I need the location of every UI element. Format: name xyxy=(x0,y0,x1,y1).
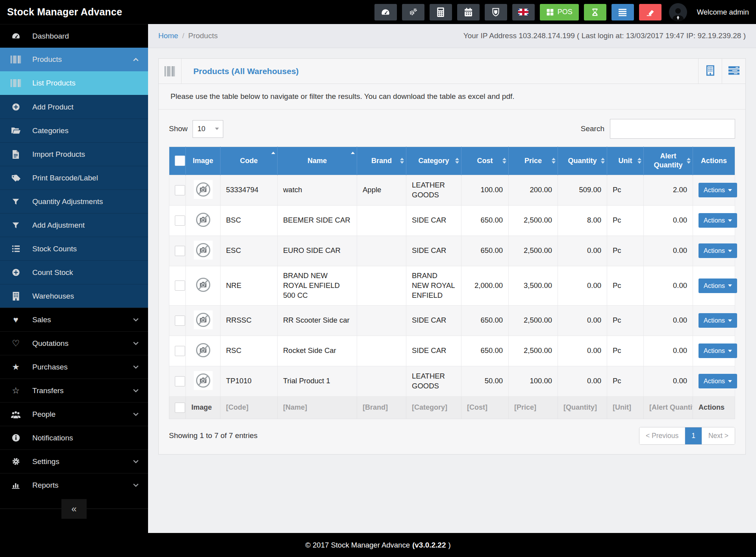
breadcrumb-home-link[interactable]: Home xyxy=(158,32,178,40)
row-checkbox[interactable] xyxy=(175,185,185,195)
tachometer-icon xyxy=(380,7,391,17)
pos-button[interactable]: POS xyxy=(540,4,579,20)
panel-header-actions xyxy=(698,59,745,84)
cell-code: BSC xyxy=(220,205,278,236)
cell-quantity: 509.00 xyxy=(558,175,607,205)
welcome-text[interactable]: Welcome admin xyxy=(697,8,749,17)
search-input[interactable] xyxy=(610,119,735,139)
column-header-price[interactable]: Price xyxy=(509,147,558,175)
sort-both-icon xyxy=(502,158,506,164)
row-actions-button[interactable]: Actions xyxy=(699,313,737,328)
cell-unit: Pc xyxy=(607,236,644,266)
sidebar: DashboardProductsList ProductsAdd Produc… xyxy=(0,24,148,533)
sidebar-item-quantity-adjustments[interactable]: Quantity Adjustments xyxy=(0,189,148,213)
calculator-button[interactable] xyxy=(430,4,452,20)
row-actions-button[interactable]: Actions xyxy=(699,183,737,197)
cell-quantity: 0.00 xyxy=(558,305,607,336)
star-icon: ★ xyxy=(9,363,23,371)
search-label: Search xyxy=(581,124,604,133)
row-actions-button[interactable]: Actions xyxy=(699,213,737,228)
styles-button[interactable] xyxy=(485,4,507,20)
plus-circle-icon xyxy=(9,268,23,277)
tachometer-button[interactable] xyxy=(374,4,397,20)
row-checkbox[interactable] xyxy=(175,215,185,226)
row-actions-button[interactable]: Actions xyxy=(699,343,737,358)
column-header-quantity[interactable]: Quantity xyxy=(558,147,607,175)
sidebar-item-add-adjustment[interactable]: Add Adjustment xyxy=(0,213,148,237)
pending-sales-button[interactable] xyxy=(584,4,606,20)
pagination-page-1[interactable]: 1 xyxy=(685,427,702,444)
column-header-cost[interactable]: Cost xyxy=(461,147,509,175)
sidebar-item-reports[interactable]: Reports xyxy=(0,473,148,497)
sidebar-item-list-products[interactable]: List Products xyxy=(0,71,148,95)
barcode-icon xyxy=(9,79,23,87)
row-checkbox[interactable] xyxy=(175,346,185,356)
user-avatar[interactable] xyxy=(669,3,687,21)
settings-button[interactable] xyxy=(402,4,424,20)
clear-cache-button[interactable] xyxy=(639,4,662,20)
sidebar-item-count-stock[interactable]: Count Stock xyxy=(0,260,148,284)
sidebar-item-quotations[interactable]: ♡Quotations xyxy=(0,331,148,355)
footer-cell-9: [Unit] xyxy=(607,396,644,419)
row-actions-button[interactable]: Actions xyxy=(699,243,737,258)
sidebar-item-people[interactable]: People xyxy=(0,402,148,426)
app-logo[interactable]: Stock Manager Advance xyxy=(7,6,122,18)
sidebar-item-categories[interactable]: Categories xyxy=(0,119,148,142)
sidebar-collapse-button[interactable]: « xyxy=(61,499,87,519)
barcode-icon xyxy=(159,59,182,84)
sidebar-item-transfers[interactable]: ☆Transfers xyxy=(0,379,148,402)
table-footer-row: Image[Code][Name][Brand][Category][Cost]… xyxy=(169,396,735,419)
cell-name: EURO SIDE CAR xyxy=(278,236,357,266)
table-row: BSCBEEMER SIDE CARSIDE CAR650.002,500.00… xyxy=(169,205,735,236)
cell-select xyxy=(169,175,186,205)
sidebar-item-warehouses[interactable]: Warehouses xyxy=(0,284,148,308)
column-header-category[interactable]: Category xyxy=(406,147,461,175)
calendar-button[interactable] xyxy=(457,4,480,20)
cell-cost: 2,000.00 xyxy=(461,266,509,305)
cell-code: RSC xyxy=(220,336,278,366)
sidebar-item-products[interactable]: Products xyxy=(0,48,148,71)
row-checkbox[interactable] xyxy=(175,246,185,256)
row-actions-button[interactable]: Actions xyxy=(699,374,737,388)
column-header-brand[interactable]: Brand xyxy=(357,147,406,175)
footer-cell-10: [Alert Quantity] xyxy=(644,396,693,419)
select-all-checkbox[interactable] xyxy=(175,156,185,166)
chevron-down-icon xyxy=(728,380,732,382)
cell-image xyxy=(186,266,220,305)
column-header-unit[interactable]: Unit xyxy=(607,147,644,175)
sidebar-item-dashboard[interactable]: Dashboard xyxy=(0,24,148,48)
column-header-alert_quantity[interactable]: Alert Quantity xyxy=(644,147,693,175)
page-size-select[interactable]: 10 xyxy=(193,120,223,138)
sidebar-item-settings[interactable]: Settings xyxy=(0,449,148,473)
sidebar-item-add-product[interactable]: Add Product xyxy=(0,95,148,119)
pagination-previous[interactable]: < Previous xyxy=(639,427,685,444)
warehouse-view-button[interactable] xyxy=(698,59,722,84)
footer-cell-7: [Price] xyxy=(509,396,558,419)
row-checkbox[interactable] xyxy=(175,376,185,386)
copyright-text: © 2017 Stock Manager Advance xyxy=(305,541,410,550)
sidebar-item-purchases[interactable]: ★Purchases xyxy=(0,355,148,379)
row-checkbox[interactable] xyxy=(175,316,185,326)
sidebar-item-print-barcode-label[interactable]: Print Barcode/Label xyxy=(0,166,148,189)
footer-checkbox[interactable] xyxy=(175,403,185,413)
row-actions-button[interactable]: Actions xyxy=(699,278,737,293)
sidebar-item-stock-counts[interactable]: Stock Counts xyxy=(0,237,148,260)
language-button[interactable] xyxy=(512,4,535,20)
column-header-name[interactable]: Name xyxy=(278,147,357,175)
cell-cost: 50.00 xyxy=(461,366,509,396)
cell-alert_quantity: 0.00 xyxy=(644,336,693,366)
row-checkbox[interactable] xyxy=(175,280,185,291)
table-view-button[interactable] xyxy=(722,59,745,84)
sidebar-item-sales[interactable]: ♥Sales xyxy=(0,308,148,331)
sale-list-button[interactable] xyxy=(611,4,634,20)
column-header-code[interactable]: Code xyxy=(220,147,278,175)
table-row: NREBRAND NEW ROYAL ENFIELD 500 CCBRAND N… xyxy=(169,266,735,305)
sidebar-item-import-products[interactable]: Import Products xyxy=(0,142,148,166)
cell-cost: 650.00 xyxy=(461,205,509,236)
chevron-down-icon xyxy=(728,189,732,191)
panel-title: Products (All Warehouses) xyxy=(182,59,299,84)
list-ol-icon xyxy=(9,244,23,253)
topbar-actions: POS Welcome admin xyxy=(374,3,749,21)
pagination-next[interactable]: Next > xyxy=(702,427,735,444)
sidebar-item-notifications[interactable]: Notifications xyxy=(0,426,148,449)
